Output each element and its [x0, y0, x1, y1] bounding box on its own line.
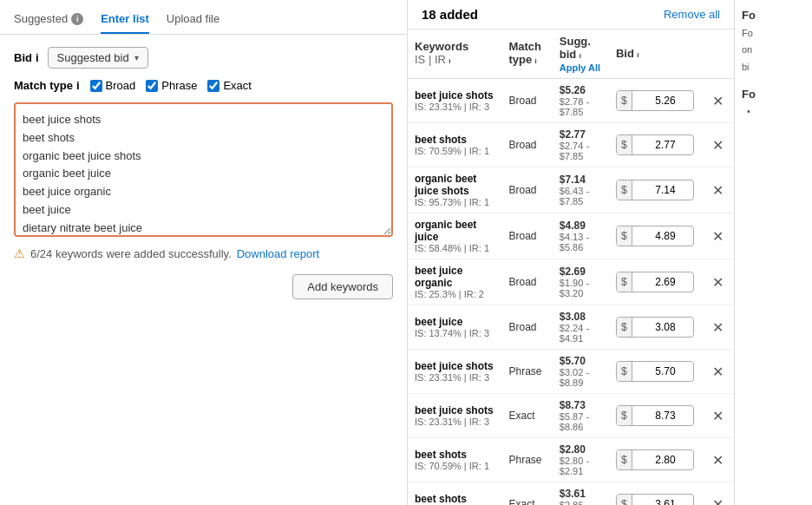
cell-keyword-6: beet juice shots IS: 23.31% | IR: 3	[408, 350, 501, 394]
panel-body: Bid i Suggested bid ▾ Match type i Broad…	[0, 35, 407, 312]
add-keywords-button[interactable]: Add keywords	[292, 274, 393, 299]
remove-button-5[interactable]: ✕	[709, 319, 727, 336]
remove-button-7[interactable]: ✕	[709, 408, 727, 424]
cell-sugg-5: $3.08 $2.24 - $4.91	[553, 305, 609, 350]
suggested-bid-button[interactable]: Suggested bid ▾	[48, 47, 148, 69]
cell-match-7: Exact	[501, 394, 552, 438]
dollar-sign-3: $	[617, 226, 632, 246]
dollar-sign-4: $	[617, 272, 632, 292]
exact-label: Exact	[223, 79, 252, 92]
left-panel: Suggested i Enter list Upload file Bid i…	[0, 0, 408, 505]
bid-input-wrapper-8: $	[616, 449, 694, 470]
bid-input-wrapper-9: $	[616, 494, 694, 505]
cell-keyword-0: beet juice shots IS: 23.31% | IR: 3	[408, 79, 501, 123]
cell-sugg-2: $7.14 $6.43 - $7.85	[553, 167, 609, 213]
col-header-remove	[702, 30, 734, 79]
bid-input-8[interactable]	[632, 450, 680, 469]
bid-input-2[interactable]	[632, 180, 680, 200]
cell-match-3: Broad	[501, 213, 552, 259]
cell-sugg-9: $3.61 $2.86 - $4.13	[553, 482, 609, 506]
remove-button-2[interactable]: ✕	[709, 182, 727, 199]
remove-button-1[interactable]: ✕	[709, 137, 727, 154]
bid-input-5[interactable]	[632, 318, 680, 337]
cell-sugg-7: $8.73 $5.87 - $8.86	[553, 394, 609, 438]
exact-checkbox-item[interactable]: Exact	[207, 79, 252, 92]
keywords-textarea[interactable]: beet juice shots beet shots organic beet…	[14, 102, 393, 237]
cell-bid-4: $	[609, 259, 702, 305]
cell-remove-9: ✕	[702, 482, 734, 506]
bid-info-icon: i	[36, 51, 39, 64]
tab-enter-list[interactable]: Enter list	[101, 7, 149, 34]
exact-checkbox[interactable]	[207, 80, 219, 92]
table-row: beet juice organic IS: 25.3% | IR: 2 Bro…	[408, 259, 734, 305]
cell-sugg-8: $2.80 $2.80 - $2.91	[553, 438, 609, 482]
dollar-sign-0: $	[617, 91, 632, 110]
bid-input-6[interactable]	[632, 362, 680, 381]
remove-all-button[interactable]: Remove all	[664, 8, 720, 21]
tab-upload-file[interactable]: Upload file	[167, 7, 219, 34]
col-header-match: Match type i	[501, 30, 552, 79]
bid-input-wrapper-1: $	[616, 134, 694, 155]
remove-button-3[interactable]: ✕	[709, 228, 727, 245]
table-row: beet shots IS: 70.59% | IR: 1 Phrase $2.…	[408, 438, 734, 482]
cell-keyword-2: organic beet juice shots IS: 95.73% | IR…	[408, 167, 501, 213]
bid-input-0[interactable]	[632, 91, 680, 110]
added-count: 18 added	[422, 7, 478, 22]
far-right-text1: Fo	[742, 27, 805, 40]
bid-input-3[interactable]	[632, 226, 680, 246]
cell-bid-9: $	[609, 482, 702, 506]
cell-remove-5: ✕	[702, 305, 734, 350]
bid-input-4[interactable]	[632, 272, 680, 292]
cell-keyword-7: beet juice shots IS: 23.31% | IR: 3	[408, 394, 501, 438]
cell-match-9: Exact	[501, 482, 552, 506]
far-right-panel: Fo Fo on bi Fo •	[734, 0, 812, 505]
cell-keyword-8: beet shots IS: 70.59% | IR: 1	[408, 438, 501, 482]
remove-button-6[interactable]: ✕	[709, 364, 727, 380]
dollar-sign-1: $	[617, 135, 632, 154]
right-panel-header: 18 added Remove all	[408, 0, 734, 30]
cell-keyword-3: organic beet juice IS: 58.48% | IR: 1	[408, 213, 501, 259]
warning-icon: ⚠	[14, 246, 25, 260]
table-row: beet juice IS: 13.74% | IR: 3 Broad $3.0…	[408, 305, 734, 350]
dollar-sign-2: $	[617, 180, 632, 200]
cell-match-5: Broad	[501, 305, 552, 350]
table-row: beet juice shots IS: 23.31% | IR: 3 Phra…	[408, 350, 734, 394]
phrase-checkbox-item[interactable]: Phrase	[146, 79, 197, 92]
match-type-label: Match type i	[14, 79, 80, 92]
bid-input-7[interactable]	[632, 406, 680, 425]
broad-checkbox-item[interactable]: Broad	[90, 79, 136, 92]
match-type-row: Match type i Broad Phrase Exact	[14, 79, 393, 92]
apply-all-link[interactable]: Apply All	[560, 62, 602, 73]
remove-button-4[interactable]: ✕	[709, 274, 727, 291]
col-header-bid: Bid i	[609, 30, 702, 79]
dollar-sign-5: $	[617, 318, 632, 337]
tab-suggested-label: Suggested	[14, 12, 68, 25]
remove-button-0[interactable]: ✕	[709, 93, 727, 109]
remove-button-8[interactable]: ✕	[709, 452, 727, 469]
match-type-info-icon: i	[76, 79, 80, 92]
right-panel: 18 added Remove all Keywords IS | IR i M…	[408, 0, 734, 505]
far-right-bullet: •	[747, 106, 805, 116]
cell-keyword-9: beet shots IS: 70.59% | IR: 1	[408, 482, 501, 506]
download-report-link[interactable]: Download report	[237, 247, 319, 260]
bid-label: Bid i	[14, 51, 39, 64]
cell-match-6: Phrase	[501, 350, 552, 394]
bid-input-wrapper-4: $	[616, 272, 694, 292]
dollar-sign-6: $	[617, 362, 632, 381]
bid-input-9[interactable]	[632, 495, 680, 505]
cell-remove-7: ✕	[702, 394, 734, 438]
remove-button-9[interactable]: ✕	[709, 496, 727, 506]
bid-input-wrapper-2: $	[616, 180, 694, 200]
bid-input-wrapper-5: $	[616, 317, 694, 338]
broad-checkbox[interactable]	[90, 80, 102, 92]
table-row: organic beet juice shots IS: 95.73% | IR…	[408, 167, 734, 213]
cell-bid-2: $	[609, 167, 702, 213]
warning-row: ⚠ 6/24 keywords were added successfully.…	[14, 246, 393, 260]
table-row: beet shots IS: 70.59% | IR: 1 Exact $3.6…	[408, 482, 734, 506]
table-row: beet shots IS: 70.59% | IR: 1 Broad $2.7…	[408, 123, 734, 167]
col-header-keywords: Keywords IS | IR i	[408, 30, 501, 79]
phrase-checkbox[interactable]	[146, 80, 158, 92]
tab-suggested[interactable]: Suggested i	[14, 7, 83, 34]
cell-remove-6: ✕	[702, 350, 734, 394]
bid-input-1[interactable]	[632, 135, 680, 154]
